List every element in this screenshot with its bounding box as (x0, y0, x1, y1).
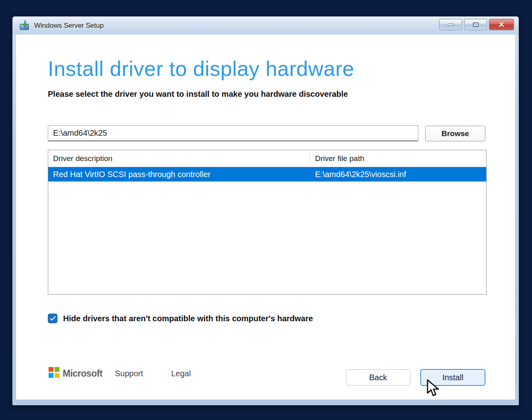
page-subtitle: Please select the driver you want to ins… (48, 90, 348, 99)
window-title: Windows Server Setup (34, 22, 104, 30)
setup-window: Windows Server Setup ✕ Install driver to… (12, 16, 519, 406)
microsoft-logo-icon (49, 367, 59, 378)
column-header-driver-description[interactable]: Driver description (48, 152, 310, 165)
driver-row-selected[interactable]: Red Hat VirtIO SCSI pass-through control… (48, 167, 486, 181)
legal-link[interactable]: Legal (171, 369, 191, 378)
hide-incompatible-label: Hide drivers that aren't compatible with… (63, 314, 313, 323)
hide-incompatible-checkbox[interactable] (48, 314, 57, 323)
driver-file-path-cell: E:\amd64\2k25\vioscsi.inf (310, 170, 486, 179)
microsoft-wordmark: Microsoft (63, 368, 102, 379)
driver-list[interactable]: Driver description Driver file path Red … (48, 150, 487, 295)
maximize-button[interactable] (464, 19, 487, 30)
support-link[interactable]: Support (115, 369, 143, 378)
titlebar[interactable]: Windows Server Setup ✕ (12, 16, 519, 35)
minimize-icon (448, 24, 454, 26)
minimize-button[interactable] (439, 19, 462, 30)
column-header-driver-file-path[interactable]: Driver file path (310, 154, 486, 163)
page-title: Install driver to display hardware (48, 57, 354, 81)
ms-logo-blue-square (49, 373, 53, 378)
close-x-icon: ✕ (498, 21, 505, 29)
ms-logo-red-square (49, 367, 53, 372)
driver-path-input[interactable] (48, 125, 418, 141)
ms-logo-yellow-square (55, 373, 59, 378)
driver-list-header[interactable]: Driver description Driver file path (48, 150, 486, 167)
installer-disk-icon (19, 20, 30, 31)
checkmark-icon (50, 316, 56, 321)
back-button[interactable]: Back (346, 369, 410, 385)
install-button[interactable]: Install (420, 369, 485, 386)
dialog-content: Install driver to display hardware Pleas… (16, 35, 515, 400)
maximize-icon (473, 22, 479, 27)
ms-logo-green-square (55, 367, 59, 372)
close-button[interactable]: ✕ (489, 19, 514, 30)
browse-button[interactable]: Browse (425, 126, 485, 141)
hide-incompatible-row: Hide drivers that aren't compatible with… (48, 314, 313, 323)
driver-description-cell: Red Hat VirtIO SCSI pass-through control… (48, 170, 310, 179)
